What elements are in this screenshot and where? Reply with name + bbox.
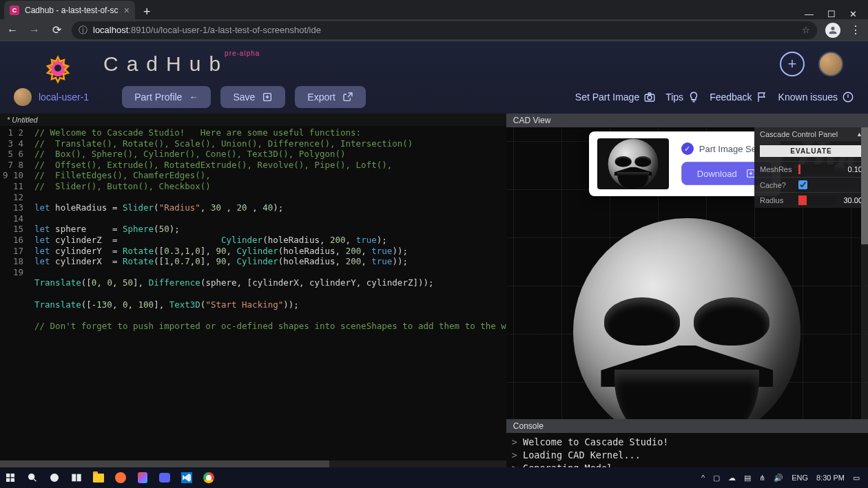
svg-rect-9 bbox=[6, 478, 10, 482]
alert-circle-icon bbox=[842, 91, 854, 103]
known-issues-button[interactable]: Known issues bbox=[778, 91, 854, 103]
discord-icon[interactable] bbox=[157, 470, 172, 485]
start-button[interactable] bbox=[3, 470, 18, 485]
address-bar[interactable]: ⓘ localhost:8910/u/local-user-1/a-last-t… bbox=[72, 21, 817, 39]
scene-model bbox=[506, 210, 868, 419]
volume-icon[interactable]: 🔊 bbox=[774, 474, 783, 482]
editor-horizontal-scrollbar[interactable] bbox=[0, 460, 506, 467]
cache-row: Cache? bbox=[754, 177, 868, 192]
prealpha-badge: pre-alpha bbox=[225, 50, 260, 57]
set-part-image-button[interactable]: Set Part Image bbox=[575, 91, 656, 103]
file-explorer-icon[interactable] bbox=[91, 470, 106, 485]
app-header: CadHub pre-alpha + local-user-1 Part Pro… bbox=[0, 41, 868, 114]
editor-file-tab[interactable]: * Untitled bbox=[0, 114, 506, 126]
notifications-icon[interactable]: ▭ bbox=[853, 474, 860, 482]
figma-icon[interactable] bbox=[135, 470, 150, 485]
user-chip[interactable]: local-user-1 bbox=[14, 88, 89, 106]
search-icon[interactable] bbox=[25, 470, 40, 485]
meshres-slider[interactable] bbox=[798, 165, 835, 174]
svg-point-11 bbox=[29, 474, 34, 480]
reload-button[interactable]: ⟳ bbox=[50, 23, 63, 36]
site-info-icon[interactable]: ⓘ bbox=[79, 24, 87, 36]
back-button[interactable]: ← bbox=[6, 24, 19, 36]
task-view-icon[interactable] bbox=[69, 470, 84, 485]
workspace: * Untitled 1 2 3 4 5 6 7 8 9 10 11 12 13… bbox=[0, 114, 868, 467]
avatar-icon bbox=[14, 88, 32, 106]
forward-button[interactable]: → bbox=[28, 24, 41, 36]
bookmark-star-icon[interactable]: ☆ bbox=[802, 25, 810, 35]
part-profile-button[interactable]: Part Profile ← bbox=[122, 86, 211, 108]
radius-row: Radius 30.00 bbox=[754, 192, 868, 208]
window-controls: — ☐ ✕ bbox=[794, 9, 868, 19]
lightbulb-icon bbox=[688, 91, 700, 103]
new-tab-button[interactable]: + bbox=[135, 5, 159, 19]
part-image-popup: Start Hacki ✓ Part Image Set Download bbox=[589, 131, 781, 196]
camera-icon bbox=[643, 91, 656, 103]
maximize-icon[interactable]: ☐ bbox=[827, 9, 836, 19]
cortana-icon[interactable] bbox=[47, 470, 62, 485]
username-label: local-user-1 bbox=[39, 92, 89, 103]
cache-checkbox[interactable] bbox=[798, 180, 807, 189]
svg-rect-13 bbox=[72, 474, 76, 480]
svg-point-12 bbox=[51, 474, 59, 482]
svg-point-1 bbox=[54, 65, 61, 72]
code-editor-panel: * Untitled 1 2 3 4 5 6 7 8 9 10 11 12 13… bbox=[0, 114, 506, 467]
control-panel-header[interactable]: Cascade Control Panel ▲ bbox=[754, 127, 868, 141]
radius-slider[interactable] bbox=[798, 195, 835, 205]
header-avatar[interactable] bbox=[818, 52, 843, 76]
close-window-icon[interactable]: ✕ bbox=[849, 9, 857, 19]
vscode-icon[interactable] bbox=[179, 470, 194, 485]
cad-viewport[interactable]: Start Hacki Start Hacki bbox=[506, 127, 868, 419]
export-button[interactable]: Export bbox=[295, 86, 365, 108]
windows-taskbar: ^ ▢ ☁ ▤ ⋔ 🔊 ENG 8:30 PM ▭ bbox=[0, 467, 868, 488]
profile-button[interactable] bbox=[825, 23, 840, 38]
chrome-icon[interactable] bbox=[201, 470, 216, 485]
firefox-icon[interactable] bbox=[113, 470, 128, 485]
line-gutter: 1 2 3 4 5 6 7 8 9 10 11 12 13 14 15 16 1… bbox=[0, 126, 30, 467]
save-button[interactable]: Save bbox=[220, 86, 285, 108]
meshres-label: MeshRes bbox=[760, 165, 794, 173]
add-button[interactable]: + bbox=[780, 52, 805, 76]
console-tab[interactable]: Console bbox=[506, 419, 868, 433]
cascade-control-panel: Cascade Control Panel ▲ EVALUATE MeshRes… bbox=[754, 127, 868, 208]
browser-tab-active[interactable]: C Cadhub - a-last-test-of-screensh × bbox=[4, 1, 135, 19]
svg-rect-8 bbox=[11, 474, 14, 477]
language-indicator[interactable]: ENG bbox=[792, 474, 808, 482]
system-tray: ^ ▢ ☁ ▤ ⋔ 🔊 ENG 8:30 PM ▭ bbox=[701, 474, 865, 482]
check-icon: ✓ bbox=[681, 142, 694, 155]
arrow-left-icon: ← bbox=[189, 92, 198, 103]
tab-favicon: C bbox=[10, 6, 19, 15]
viewport-scrollbar[interactable] bbox=[861, 127, 868, 419]
onedrive-icon[interactable]: ☁ bbox=[728, 474, 736, 482]
evaluate-button[interactable]: EVALUATE bbox=[760, 145, 862, 157]
tab-title: Cadhub - a-last-test-of-screensh bbox=[25, 6, 118, 15]
flag-icon bbox=[756, 91, 769, 103]
network-icon[interactable]: ▤ bbox=[744, 474, 751, 482]
tray-chevron-icon[interactable]: ^ bbox=[701, 474, 705, 482]
feedback-button[interactable]: Feedback bbox=[710, 91, 768, 103]
right-panel: CAD View Start Hacki Start Hacki bbox=[506, 114, 868, 467]
browser-menu-icon[interactable]: ⋮ bbox=[849, 23, 862, 36]
cad-view-tab[interactable]: CAD View bbox=[506, 114, 868, 127]
minimize-icon[interactable]: — bbox=[805, 9, 814, 19]
brand-title: CadHub bbox=[103, 52, 229, 76]
code-editor[interactable]: 1 2 3 4 5 6 7 8 9 10 11 12 13 14 15 16 1… bbox=[0, 126, 506, 467]
part-image-thumbnail: Start Hacki bbox=[597, 138, 669, 189]
app-root: CadHub pre-alpha + local-user-1 Part Pro… bbox=[0, 41, 868, 467]
console-output[interactable]: Welcome to Cascade Studio!Loading CAD Ke… bbox=[506, 433, 868, 467]
save-icon bbox=[262, 92, 273, 103]
tips-button[interactable]: Tips bbox=[665, 91, 700, 103]
close-tab-icon[interactable]: × bbox=[124, 5, 130, 16]
wifi-icon[interactable]: ⋔ bbox=[759, 474, 765, 482]
meshres-row: MeshRes 0.10 bbox=[754, 161, 868, 177]
url-text: localhost:8910/u/local-user-1/a-last-tes… bbox=[93, 25, 321, 35]
clock[interactable]: 8:30 PM bbox=[816, 474, 845, 482]
svg-rect-10 bbox=[11, 478, 14, 482]
radius-value: 30.00 bbox=[839, 196, 862, 204]
browser-tab-strip: C Cadhub - a-last-test-of-screensh × + —… bbox=[0, 0, 868, 19]
code-content[interactable]: // Welcome to Cascade Studio! Here are s… bbox=[30, 126, 506, 467]
radius-label: Radius bbox=[760, 196, 794, 204]
svg-rect-14 bbox=[77, 474, 81, 480]
battery-icon[interactable]: ▢ bbox=[713, 474, 720, 482]
meshres-value: 0.10 bbox=[839, 165, 862, 173]
